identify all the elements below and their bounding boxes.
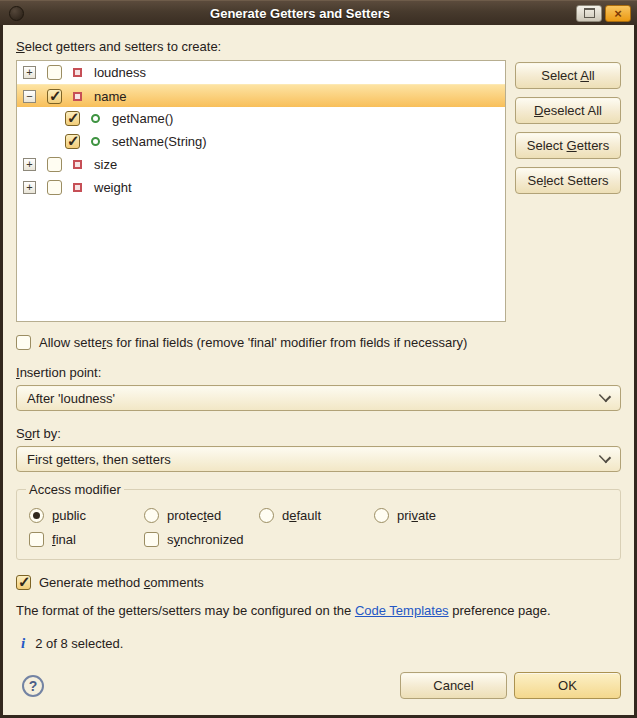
select-getters-button[interactable]: Select Getters — [515, 132, 621, 159]
expand-icon[interactable]: + — [23, 181, 36, 194]
checkbox-loudness[interactable] — [47, 65, 62, 80]
checkbox-weight[interactable] — [47, 180, 62, 195]
tree-row-label: weight — [94, 180, 132, 195]
tree-row-size[interactable]: + size — [17, 153, 505, 176]
ok-button[interactable]: OK — [514, 672, 621, 699]
access-radio-row: public protected default private — [29, 508, 608, 523]
expand-icon[interactable]: + — [23, 66, 36, 79]
tree-row-label: setName(String) — [112, 134, 207, 149]
cancel-button[interactable]: Cancel — [400, 672, 507, 699]
tree-row-label: size — [94, 157, 117, 172]
radio-default[interactable]: default — [259, 508, 374, 523]
collapse-icon[interactable]: − — [23, 90, 36, 103]
checkbox-final[interactable]: final — [29, 532, 144, 547]
insertion-point-label: Insertion point: — [16, 365, 621, 380]
maximize-icon — [584, 8, 595, 18]
insertion-point-select[interactable]: After 'loudness' — [16, 385, 621, 411]
allow-setters-row: Allow setters for final fields (remove '… — [16, 335, 621, 350]
close-button[interactable]: × — [605, 5, 631, 22]
info-icon: i — [21, 635, 25, 652]
checkbox-synchronized[interactable]: synchronized — [144, 532, 244, 547]
code-templates-link[interactable]: Code Templates — [355, 603, 449, 618]
code-templates-note: The format of the getters/setters may be… — [16, 603, 621, 618]
tree-and-buttons: + loudness − name getName() — [16, 60, 621, 322]
radio-protected[interactable]: protected — [144, 508, 259, 523]
tree-row-weight[interactable]: + weight — [17, 176, 505, 199]
help-button[interactable]: ? — [22, 675, 44, 697]
status-row: i 2 of 8 selected. — [16, 635, 621, 652]
field-icon — [73, 68, 82, 77]
sort-by-label: Sort by: — [16, 426, 621, 441]
generate-comments-row: Generate method comments — [16, 575, 621, 590]
sort-by-select[interactable]: First getters, then setters — [16, 446, 621, 472]
window-title: Generate Getters and Setters — [24, 6, 576, 21]
select-all-button[interactable]: Select All — [515, 62, 621, 89]
tree-row-label: loudness — [94, 65, 146, 80]
insertion-point-value: After 'loudness' — [27, 391, 115, 406]
checkbox-icon[interactable] — [29, 532, 44, 547]
allow-setters-label: Allow setters for final fields (remove '… — [39, 335, 467, 350]
tree-row-name[interactable]: − name — [17, 84, 505, 107]
field-icon — [73, 183, 82, 192]
generate-comments-checkbox[interactable] — [16, 575, 31, 590]
dialog-content: Select getters and setters to create: + … — [3, 25, 634, 715]
selection-buttons: Select All Deselect All Select Getters S… — [515, 60, 621, 194]
status-text: 2 of 8 selected. — [35, 636, 123, 651]
radio-private-label: private — [397, 508, 436, 523]
radio-public-label: public — [52, 508, 86, 523]
access-modifier-legend: Access modifier — [26, 482, 124, 497]
deselect-all-button[interactable]: Deselect All — [515, 97, 621, 124]
checkbox-synchronized-label: synchronized — [167, 532, 244, 547]
field-icon — [73, 160, 82, 169]
radio-protected-label: protected — [167, 508, 221, 523]
radio-icon[interactable] — [29, 508, 44, 523]
radio-icon[interactable] — [259, 508, 274, 523]
access-modifier-group: Access modifier public protected default… — [16, 482, 621, 560]
field-icon — [73, 92, 82, 101]
checkbox-final-label: final — [52, 532, 76, 547]
tree-row-loudness[interactable]: + loudness — [17, 61, 505, 84]
select-setters-button[interactable]: Select Setters — [515, 167, 621, 194]
titlebar[interactable]: Generate Getters and Setters × — [0, 0, 637, 25]
tree-row-label: getName() — [112, 111, 173, 126]
access-checkbox-row: final synchronized — [29, 532, 608, 547]
method-icon — [91, 114, 100, 123]
generate-comments-label: Generate method comments — [39, 575, 204, 590]
checkbox-setname[interactable] — [65, 134, 80, 149]
radio-public[interactable]: public — [29, 508, 144, 523]
checkbox-name[interactable] — [47, 89, 62, 104]
radio-private[interactable]: private — [374, 508, 436, 523]
radio-icon[interactable] — [374, 508, 389, 523]
maximize-button[interactable] — [576, 5, 602, 22]
checkbox-size[interactable] — [47, 157, 62, 172]
close-icon: × — [614, 7, 622, 20]
tree-row-setname[interactable]: setName(String) — [17, 130, 505, 153]
footer: ? Cancel OK — [16, 672, 621, 715]
dialog-window: Generate Getters and Setters × Select ge… — [0, 0, 637, 718]
select-getters-setters-label: Select getters and setters to create: — [16, 39, 621, 54]
expand-icon[interactable]: + — [23, 158, 36, 171]
method-icon — [91, 137, 100, 146]
checkbox-icon[interactable] — [144, 532, 159, 547]
allow-setters-checkbox[interactable] — [16, 335, 31, 350]
members-tree[interactable]: + loudness − name getName() — [16, 60, 506, 322]
tree-row-getname[interactable]: getName() — [17, 107, 505, 130]
radio-icon[interactable] — [144, 508, 159, 523]
sort-by-value: First getters, then setters — [27, 452, 171, 467]
chevron-down-icon — [599, 451, 611, 463]
help-icon: ? — [29, 678, 38, 694]
checkbox-getname[interactable] — [65, 111, 80, 126]
tree-row-label: name — [94, 89, 127, 104]
chevron-down-icon — [599, 390, 611, 402]
window-icon — [9, 6, 24, 21]
radio-default-label: default — [282, 508, 321, 523]
window-controls: × — [576, 5, 631, 22]
